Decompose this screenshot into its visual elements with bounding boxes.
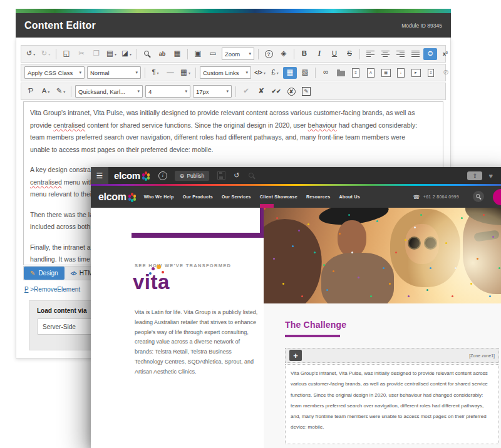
- css-class-select[interactable]: Apply CSS Class▾: [24, 66, 85, 79]
- unlink-button[interactable]: ⊘: [439, 67, 451, 79]
- phone-contact[interactable]: ☎ +61 2 8064 0999: [413, 186, 459, 208]
- print-button[interactable]: ▣: [191, 48, 205, 60]
- nav-item-resources[interactable]: Resources: [306, 195, 331, 199]
- phone-number: +61 2 8064 0999: [423, 195, 459, 199]
- nav-item-who-we-help[interactable]: Who We Help: [144, 195, 174, 199]
- help-button[interactable]: ?: [262, 48, 276, 60]
- challenge-section: The Challenge + [Zone zone1] Vita Group'…: [264, 303, 501, 448]
- custom-links-select[interactable]: Custom Links▾: [200, 66, 251, 79]
- tags-button[interactable]: ◈: [277, 48, 291, 60]
- editor-paragraph: Vita Group's intranet, Vita Pulse, was i…: [30, 107, 436, 156]
- elcom-admin-logo[interactable]: elcom: [114, 170, 150, 181]
- nav-item-about-us[interactable]: About Us: [339, 195, 360, 199]
- save-icon[interactable]: [217, 171, 225, 180]
- nav-item-our-products[interactable]: Our Products: [183, 195, 213, 199]
- paste-button[interactable]: ▤▾: [105, 48, 118, 60]
- font-color-button[interactable]: A▾: [39, 86, 53, 98]
- horizontal-rule-button[interactable]: —: [163, 67, 177, 79]
- globe-icon: ⊕: [180, 173, 185, 179]
- cut-button[interactable]: ✂: [75, 48, 88, 60]
- toolbar-row-1: ↺▾↻▾◱✂❐▤▾◪▾ab▦▣▭Zoom▾?◈BIUS⊜x²x₂aA⇤⇥≣≡: [21, 45, 446, 63]
- edit-note-button[interactable]: ✎: [299, 86, 313, 98]
- spellcheck-button[interactable]: ab: [155, 48, 169, 60]
- insert-table-button[interactable]: ▦▾: [178, 67, 192, 79]
- publish-button[interactable]: ⊕ Publish: [175, 171, 209, 181]
- spellcheck-toggle[interactable]: ⊜: [423, 48, 437, 60]
- info-icon[interactable]: i: [158, 171, 167, 180]
- paragraph-style-select[interactable]: Normal▾: [87, 66, 141, 79]
- elcom-pinwheel-icon: [142, 171, 150, 180]
- download-doc-button[interactable]: ↓: [394, 67, 408, 79]
- table-borders-toggle[interactable]: ▦: [283, 67, 297, 79]
- preview-button[interactable]: ▭: [206, 48, 220, 60]
- elcom-site-logo[interactable]: elcom: [98, 191, 137, 203]
- title-underline: [285, 335, 340, 337]
- tab-design-label: Design: [38, 270, 58, 277]
- language-check-button[interactable]: ▦: [170, 48, 184, 60]
- tab-design[interactable]: ✎ Design: [24, 267, 65, 280]
- copy-button[interactable]: ❐: [90, 48, 103, 60]
- strikethrough-button[interactable]: S: [343, 48, 356, 60]
- site-nav: Who We HelpOur ProductsOur ServicesClien…: [144, 195, 360, 199]
- format-stripper-button[interactable]: Ƥ: [24, 86, 38, 98]
- toolbar-row-2: Apply CSS Class▾Normal▾¶▾—▦▾Custom Links…: [21, 64, 446, 81]
- elcom-site-logo-text: elcom: [98, 191, 127, 203]
- brand-color-strip: [16, 9, 451, 13]
- toolbar-row-3: ƤA▾✎▾Quicksand, Karl...▾4▾17px▾✔✘✔✔✘✎: [21, 83, 446, 100]
- misspelled-word: centralised: [53, 121, 85, 129]
- align-left-button[interactable]: [363, 48, 377, 60]
- redo-button[interactable]: ↻▾: [39, 48, 53, 60]
- upload-icon[interactable]: ⇪: [467, 171, 482, 180]
- undo-icon[interactable]: ↺: [234, 171, 239, 180]
- bold-button[interactable]: B: [297, 48, 311, 60]
- find-button[interactable]: [140, 48, 154, 60]
- contact-fab[interactable]: [493, 189, 501, 205]
- search-icon[interactable]: [248, 172, 256, 180]
- undo-button[interactable]: ↺▾: [24, 48, 38, 60]
- font-family-select[interactable]: Quicksand, Karl...▾: [75, 85, 143, 98]
- align-right-button[interactable]: [393, 48, 407, 60]
- align-justify-button[interactable]: [408, 48, 422, 60]
- nav-item-client-showcase[interactable]: Client Showcase: [260, 195, 297, 199]
- menu-icon[interactable]: ☰: [91, 167, 108, 184]
- heart-icon[interactable]: ♥: [488, 172, 493, 180]
- symbol-button[interactable]: £▾: [268, 67, 282, 79]
- showcase-description: Vita is Latin for life. Vita Group is a …: [135, 308, 260, 377]
- insert-image-button[interactable]: ▧: [298, 67, 312, 79]
- add-content-button[interactable]: +: [289, 350, 302, 361]
- cms-admin-bar: ☰ elcom i ⊕ Publish ↺ ⇪ ♥: [91, 167, 501, 184]
- breadcrumb-rest: >RemoveElement: [29, 286, 81, 293]
- document-manager-button[interactable]: ≡: [349, 67, 363, 79]
- accept-all-button[interactable]: ✔✔: [269, 86, 283, 98]
- accept-button[interactable]: ✔: [239, 86, 253, 98]
- admin-bar-right: ⇪ ♥: [467, 167, 493, 184]
- code-icon: </>: [71, 270, 76, 277]
- snippet-doc-button[interactable]: ≡: [424, 67, 438, 79]
- italic-button[interactable]: I: [312, 48, 326, 60]
- underline-button[interactable]: U: [328, 48, 341, 60]
- font-size-select[interactable]: 4▾: [145, 85, 190, 98]
- template-manager-button[interactable]: A: [364, 67, 378, 79]
- highlight-button[interactable]: ✎▾: [54, 86, 68, 98]
- zone-content[interactable]: Vita Group's intranet, Vita Pulse, was i…: [285, 364, 499, 444]
- paragraph-button[interactable]: ¶▾: [148, 67, 162, 79]
- format-painter-button[interactable]: ◪▾: [120, 48, 133, 60]
- px-size-select[interactable]: 17px▾: [193, 85, 232, 98]
- nav-item-our-services[interactable]: Our Services: [222, 195, 251, 199]
- table-doc-button[interactable]: ▦: [379, 67, 393, 79]
- zone-paragraph: A key design constraint was the structur…: [291, 443, 493, 444]
- load-content-value: Server-Side: [43, 323, 76, 330]
- maximize-button[interactable]: ◱: [59, 48, 73, 60]
- cancel-button[interactable]: ✘: [254, 86, 268, 98]
- superscript-button[interactable]: x²: [438, 48, 451, 60]
- file-manager-button[interactable]: [334, 67, 348, 79]
- confetti-decoration: [264, 208, 266, 210]
- misspelled-word: behaviour: [308, 121, 337, 129]
- zoom-select[interactable]: Zoom▾: [222, 48, 254, 60]
- site-search-button[interactable]: [473, 191, 484, 202]
- media-doc-button[interactable]: ►: [409, 67, 423, 79]
- code-button[interactable]: </>▾: [253, 67, 267, 79]
- link-manager-button[interactable]: ∞: [319, 67, 333, 79]
- align-center-button[interactable]: [378, 48, 392, 60]
- reject-all-button[interactable]: ✘: [284, 86, 298, 98]
